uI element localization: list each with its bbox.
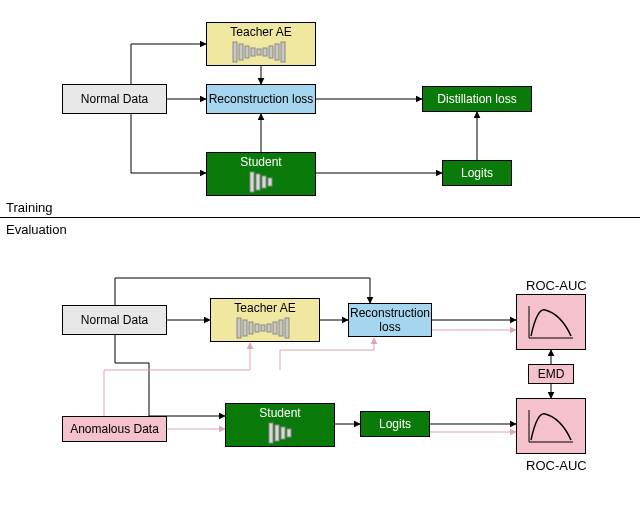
svg-rect-18 [267,324,271,332]
reconstruction-loss-box: Reconstruction loss [206,84,316,114]
roc-auc-top-label: ROC-AUC [526,278,587,293]
svg-rect-21 [285,318,289,338]
eval-normal-data-label: Normal Data [81,313,148,327]
normal-data-box: Normal Data [62,84,167,114]
svg-rect-19 [273,322,277,334]
eval-reconstruction-loss-box: Reconstruction loss [348,303,432,337]
emd-box: EMD [528,364,574,384]
logits-box: Logits [442,160,512,186]
svg-rect-20 [279,320,283,336]
normal-data-label: Normal Data [81,92,148,106]
roc-curve-icon [523,300,579,344]
svg-rect-12 [268,178,272,186]
roc-auc-bottom-label: ROC-AUC [526,458,587,473]
svg-rect-6 [269,46,273,58]
encoder-bars-icon [267,422,293,444]
svg-rect-25 [287,429,291,437]
eval-logits-box: Logits [360,411,430,437]
evaluation-section-label: Evaluation [6,222,67,237]
roc-curve-icon [523,404,579,448]
roc-auc-bottom-box [516,398,586,454]
svg-rect-24 [281,427,285,439]
eval-student-label: Student [259,406,300,420]
svg-rect-7 [275,44,279,60]
svg-rect-16 [255,324,259,332]
svg-rect-5 [263,48,267,56]
svg-rect-10 [256,174,260,190]
eval-logits-label: Logits [379,417,411,431]
eval-reconstruction-loss-label: Reconstruction loss [349,306,431,335]
svg-rect-11 [262,176,266,188]
svg-rect-23 [275,425,279,441]
svg-rect-3 [251,48,255,56]
section-divider [0,217,640,218]
svg-rect-14 [243,320,247,336]
distillation-loss-label: Distillation loss [437,92,516,106]
autoencoder-icon [231,41,291,63]
svg-rect-4 [257,49,261,55]
encoder-bars-icon [248,171,274,193]
svg-rect-15 [249,322,253,334]
emd-label: EMD [538,367,565,381]
teacher-ae-label: Teacher AE [230,25,291,39]
eval-teacher-ae-label: Teacher AE [234,301,295,315]
eval-student-box: Student [225,403,335,447]
eval-normal-data-box: Normal Data [62,305,167,335]
svg-rect-13 [237,318,241,338]
svg-rect-0 [233,42,237,62]
reconstruction-loss-label: Reconstruction loss [209,92,314,106]
student-label: Student [240,155,281,169]
distillation-loss-box: Distillation loss [422,86,532,112]
svg-rect-8 [281,42,285,62]
anomalous-data-box: Anomalous Data [62,416,167,442]
logits-label: Logits [461,166,493,180]
roc-auc-top-box [516,294,586,350]
svg-rect-22 [269,423,273,443]
eval-teacher-ae-box: Teacher AE [210,298,320,342]
svg-rect-1 [239,44,243,60]
anomalous-data-label: Anomalous Data [70,422,159,436]
teacher-ae-box: Teacher AE [206,22,316,66]
svg-rect-9 [250,172,254,192]
autoencoder-icon [235,317,295,339]
training-section-label: Training [6,200,52,215]
svg-rect-2 [245,46,249,58]
svg-rect-17 [261,325,265,331]
student-box: Student [206,152,316,196]
